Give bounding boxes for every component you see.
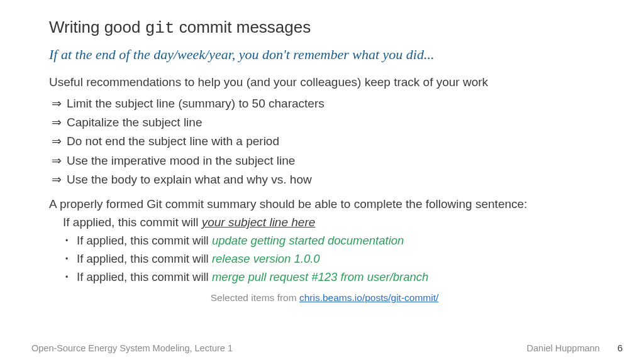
source-link[interactable]: chris.beams.io/posts/git-commit/ <box>299 292 438 303</box>
completion-prefix: If applied, this commit will <box>63 216 202 229</box>
slide-footer: Open-Source Energy System Modeling, Lect… <box>0 343 644 353</box>
list-item: Do not end the subject line with a perio… <box>67 132 600 151</box>
slide-subtitle: If at the end of the day/week/year, you … <box>49 47 600 63</box>
list-item: Use the imperative mood in the subject l… <box>67 151 600 170</box>
example-prefix: If applied, this commit will <box>77 270 212 283</box>
footer-author: Daniel Huppmann <box>527 343 600 353</box>
footer-left: Open-Source Energy System Modeling, Lect… <box>31 343 233 353</box>
rules-list: Limit the subject line (summary) to 50 c… <box>49 94 600 190</box>
intro-paragraph: Useful recommendations to help you (and … <box>49 74 600 90</box>
example-prefix: If applied, this commit will <box>77 234 212 247</box>
list-item: If applied, this commit will update gett… <box>77 232 600 250</box>
examples-list: If applied, this commit will update gett… <box>49 232 600 286</box>
completion-template: If applied, this commit will your subjec… <box>49 216 600 229</box>
completion-placeholder: your subject line here <box>202 216 316 229</box>
title-post: commit messages <box>175 18 311 36</box>
list-item: If applied, this commit will merge pull … <box>77 268 600 287</box>
list-item: Use the body to explain what and why vs.… <box>67 170 600 189</box>
footer-right: Daniel Huppmann 6 <box>527 343 623 353</box>
sentence-intro: A properly formed Git commit summary sho… <box>49 196 600 212</box>
example-text: release version 1.0.0 <box>212 252 320 265</box>
source-line: Selected items from chris.beams.io/posts… <box>49 292 600 304</box>
example-text: update getting started documentation <box>212 234 404 247</box>
list-item: Limit the subject line (summary) to 50 c… <box>67 94 600 113</box>
title-mono: git <box>145 19 175 38</box>
example-text: merge pull request #123 from user/branch <box>212 270 429 283</box>
slide-title: Writing good git commit messages <box>49 18 600 38</box>
slide-content: Writing good git commit messages If at t… <box>0 0 644 304</box>
example-prefix: If applied, this commit will <box>77 252 212 265</box>
list-item: If applied, this commit will release ver… <box>77 250 600 268</box>
list-item: Capitalize the subject line <box>67 113 600 132</box>
source-label: Selected items from <box>211 292 299 303</box>
page-number: 6 <box>618 343 623 353</box>
title-pre: Writing good <box>49 18 145 36</box>
